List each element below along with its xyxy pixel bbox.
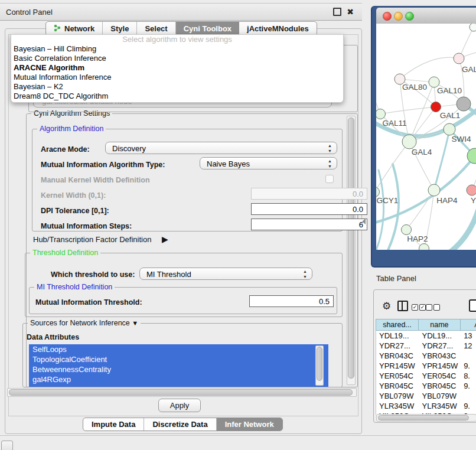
table-cell: YBL079W bbox=[419, 391, 461, 401]
network-node[interactable] bbox=[444, 123, 455, 135]
tab-label: Network bbox=[64, 24, 94, 33]
dropdown-item[interactable]: Mutual Information Inference bbox=[11, 73, 343, 82]
tab-style[interactable]: Style bbox=[103, 22, 137, 35]
threshold-definition-group: Threshold Definition Which threshold to … bbox=[25, 253, 343, 317]
attribute-item[interactable]: gal4RGexp bbox=[29, 374, 328, 384]
network-edge[interactable] bbox=[386, 164, 399, 250]
hub-definition-label[interactable]: Hub/Transcription Factor Definition bbox=[33, 235, 151, 244]
network-node[interactable] bbox=[402, 225, 412, 235]
tab-jactivemnodules[interactable]: jActiveMNodules bbox=[239, 22, 317, 35]
dropdown-item[interactable]: Bayesian – Hill Climbing bbox=[11, 44, 343, 54]
attribute-item[interactable]: TopologicalCoefficient bbox=[29, 354, 328, 364]
tab-discretize-data[interactable]: Discretize Data bbox=[144, 418, 216, 431]
attribute-item[interactable]: SelfLoops bbox=[29, 344, 328, 354]
network-node[interactable] bbox=[454, 53, 464, 64]
close-traffic-light-icon[interactable] bbox=[383, 12, 392, 21]
network-node-label: GAL4 bbox=[412, 148, 432, 156]
which-threshold-label: Which threshold to use: bbox=[51, 270, 135, 279]
network-edge[interactable] bbox=[376, 170, 384, 250]
table-row[interactable]: YLR345WYLR345W9. bbox=[376, 401, 476, 411]
settings-hscrollbar[interactable] bbox=[7, 388, 357, 397]
mini-corner-button[interactable] bbox=[1, 441, 13, 450]
table-header-cell[interactable]: shared... bbox=[376, 319, 419, 331]
attributes-vscrollbar[interactable] bbox=[315, 345, 324, 386]
table-row[interactable]: YER054CYER054C8. bbox=[376, 371, 476, 381]
table-panel-title: Table Panel bbox=[376, 274, 416, 283]
dpi-tolerance-field[interactable] bbox=[251, 203, 367, 215]
dropdown-item[interactable]: Basic Correlation Inference bbox=[11, 54, 343, 63]
table-row[interactable]: YBL079WYBL079W bbox=[376, 391, 476, 401]
network-window-titlebar[interactable] bbox=[376, 8, 476, 24]
network-graph: GALGAL80GAL10GAL1GAL11SWI4GAL4GCY1HAP4YH… bbox=[376, 24, 476, 250]
zoom-traffic-light-icon[interactable] bbox=[405, 12, 414, 21]
minimize-traffic-light-icon[interactable] bbox=[394, 12, 403, 21]
table-rows[interactable]: YDL19...YDL19...13YDR27...YDR27...12YBR0… bbox=[376, 331, 476, 415]
network-node-label: SWI4 bbox=[451, 135, 471, 144]
tab-impute-data[interactable]: Impute Data bbox=[83, 418, 144, 431]
table-cell: YLR345W bbox=[376, 401, 419, 411]
table-row[interactable]: YPR145WYPR145W9. bbox=[376, 361, 476, 371]
table-header-cell[interactable]: A bbox=[461, 319, 476, 331]
table-cell: 9. bbox=[461, 401, 476, 411]
table-row[interactable]: YDL19...YDL19...13 bbox=[376, 331, 476, 341]
dpi-tolerance-label: DPI Tolerance [0,1]: bbox=[41, 207, 109, 215]
network-node[interactable] bbox=[419, 244, 429, 250]
dropdown-item[interactable]: Bayesian – K2 bbox=[11, 82, 343, 92]
attribute-item[interactable]: BetweennessCentrality bbox=[29, 364, 328, 374]
network-node[interactable] bbox=[470, 24, 476, 31]
table-row[interactable]: YDR27...YDR27...12 bbox=[376, 341, 476, 351]
close-icon[interactable]: ✖ bbox=[347, 9, 354, 15]
network-edge[interactable] bbox=[446, 204, 476, 250]
manual-kernel-checkbox[interactable] bbox=[325, 175, 334, 183]
attribute-item[interactable] bbox=[29, 384, 328, 387]
network-edge[interactable] bbox=[400, 57, 459, 79]
table-header[interactable]: shared...nameA bbox=[376, 319, 476, 331]
expand-arrow-icon[interactable]: ▶ bbox=[162, 234, 168, 244]
mi-threshold-group-title: MI Threshold Definition bbox=[34, 283, 115, 291]
panel-splitter-handle[interactable] bbox=[362, 219, 366, 224]
kernel-width-field[interactable] bbox=[251, 188, 367, 200]
sources-group: Sources for Network Inference ▼ Data Att… bbox=[22, 323, 343, 387]
network-edge[interactable] bbox=[376, 156, 475, 223]
dropdown-item[interactable]: ARACNE Algorithm bbox=[11, 63, 343, 73]
data-attributes-list[interactable]: SelfLoopsTopologicalCoefficientBetweenne… bbox=[29, 344, 328, 387]
network-edge[interactable] bbox=[434, 130, 449, 190]
settings-vscrollbar[interactable] bbox=[347, 116, 356, 385]
network-node[interactable] bbox=[467, 185, 476, 195]
apply-button[interactable]: Apply bbox=[158, 399, 201, 412]
mi-steps-field[interactable] bbox=[251, 219, 367, 230]
network-node[interactable] bbox=[376, 109, 386, 119]
sources-title[interactable]: Sources for Network Inference ▼ bbox=[28, 319, 141, 327]
mi-type-combo[interactable]: Naive Bayes ▲▼ bbox=[200, 157, 337, 169]
screenshot-root: Control Panel ✖ NetworkStyleSelectCyni T… bbox=[0, 0, 476, 450]
manual-kernel-label: Manual Kernel Width Definition bbox=[41, 176, 150, 184]
which-threshold-combo[interactable]: MI Threshold ▲▼ bbox=[139, 268, 312, 280]
network-node[interactable] bbox=[431, 102, 441, 112]
gear-icon[interactable]: ⚙ bbox=[382, 300, 391, 312]
network-node[interactable] bbox=[457, 97, 471, 111]
threshold-definition-title: Threshold Definition bbox=[30, 249, 100, 257]
tab-cyni-toolbox[interactable]: Cyni Toolbox bbox=[176, 22, 239, 35]
network-edge[interactable] bbox=[380, 107, 436, 114]
file-icon[interactable] bbox=[469, 299, 476, 312]
network-node[interactable] bbox=[428, 184, 440, 196]
aracne-mode-combo[interactable]: Discovery ▲▼ bbox=[105, 142, 337, 154]
network-canvas[interactable]: GALGAL80GAL10GAL1GAL11SWI4GAL4GCY1HAP4YH… bbox=[376, 24, 476, 250]
table-row[interactable]: YBR043CYBR043C bbox=[376, 351, 476, 361]
table-header-cell[interactable]: name bbox=[419, 319, 461, 331]
network-node[interactable] bbox=[402, 135, 416, 149]
dropdown-item[interactable]: Dream8 DC_TDC Algorithm bbox=[11, 92, 343, 101]
split-columns-icon[interactable] bbox=[397, 301, 408, 311]
tab-network[interactable]: Network bbox=[46, 22, 103, 35]
deselect-all-icon[interactable] bbox=[426, 302, 441, 312]
mi-threshold-field[interactable] bbox=[249, 295, 334, 307]
control-panel-title: Control Panel bbox=[6, 8, 53, 17]
tab-select[interactable]: Select bbox=[137, 22, 175, 35]
float-window-icon[interactable] bbox=[333, 8, 341, 16]
select-all-icon[interactable]: ✓✓ bbox=[412, 302, 427, 312]
tab-infer-network[interactable]: Infer Network bbox=[217, 418, 282, 431]
table-row[interactable]: YBR045CYBR045C9. bbox=[376, 381, 476, 391]
node-table[interactable]: shared...nameA YDL19...YDL19...13YDR27..… bbox=[376, 319, 476, 415]
table-hscrollbar[interactable] bbox=[376, 414, 476, 422]
network-node[interactable] bbox=[376, 187, 380, 197]
